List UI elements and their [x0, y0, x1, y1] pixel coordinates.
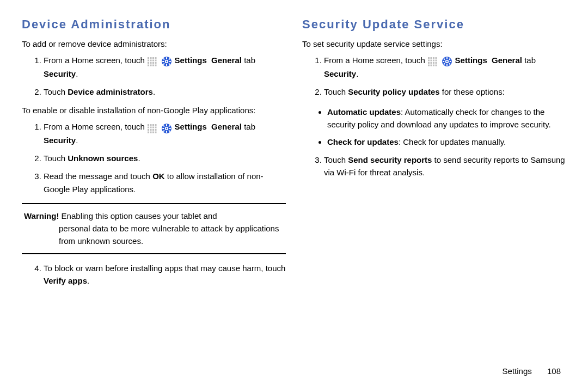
policy-updates-label: Security policy updates: [348, 87, 439, 96]
svg-rect-21: [163, 61, 164, 62]
svg-rect-47: [166, 131, 167, 132]
page-number: 108: [547, 366, 561, 376]
svg-rect-73: [446, 58, 448, 59]
steps-security-update: From a Home screen, touch: [302, 54, 566, 98]
svg-rect-67: [431, 65, 432, 66]
svg-rect-13: [150, 65, 152, 66]
svg-rect-37: [152, 129, 154, 131]
svg-rect-27: [148, 124, 149, 126]
intro-add-remove-admins: To add or remove device administrators:: [22, 39, 286, 48]
steps-admins: From a Home screen, touch: [22, 54, 286, 98]
svg-rect-60: [433, 60, 434, 62]
tab-word: tab: [244, 56, 258, 65]
apps-grid-icon: [147, 121, 157, 134]
svg-rect-14: [152, 65, 154, 66]
step-admins-1: From a Home screen, touch: [44, 54, 286, 80]
svg-rect-49: [169, 128, 171, 129]
svg-rect-32: [150, 126, 152, 128]
verify-apps-label: Verify apps: [44, 276, 87, 285]
svg-rect-55: [431, 57, 432, 59]
svg-rect-20: [166, 64, 167, 66]
step-text: Touch: [324, 155, 348, 164]
svg-point-72: [446, 61, 448, 63]
svg-rect-11: [155, 62, 157, 64]
svg-rect-36: [150, 129, 152, 131]
left-column: Device Administration To add or remove d…: [22, 17, 286, 359]
svg-rect-7: [155, 60, 157, 62]
device-admins-label: Device administrators: [68, 87, 153, 96]
svg-point-45: [166, 127, 168, 129]
footer-section: Settings: [503, 366, 532, 376]
svg-rect-34: [155, 126, 157, 128]
security-label: Security: [44, 136, 76, 145]
svg-rect-31: [148, 126, 149, 128]
svg-rect-2: [152, 57, 154, 59]
step-text: Touch: [44, 154, 68, 163]
intro-non-google-play: To enable or disable installation of non…: [22, 106, 286, 115]
svg-rect-62: [428, 62, 430, 64]
page-footer: Settings 108: [503, 366, 561, 376]
warning-title: Warning!: [24, 211, 62, 220]
svg-rect-28: [150, 124, 152, 126]
settings-gear-icon: [161, 121, 172, 134]
svg-rect-0: [148, 57, 149, 59]
svg-rect-42: [155, 131, 157, 133]
security-label: Security: [44, 69, 76, 78]
general-label: General: [211, 122, 242, 131]
option-label: Automatic updates: [327, 107, 401, 117]
svg-rect-68: [433, 65, 434, 66]
step-text: From a Home screen, touch: [324, 56, 427, 65]
svg-rect-3: [155, 57, 157, 59]
steps-unknown-sources: From a Home screen, touch: [22, 120, 286, 195]
svg-rect-19: [166, 58, 167, 59]
tab-word: tab: [524, 56, 538, 65]
svg-rect-69: [436, 65, 437, 66]
svg-rect-64: [433, 62, 434, 64]
right-column: Security Update Service To set security …: [302, 17, 566, 359]
svg-rect-30: [155, 124, 157, 126]
option-label: Check for updates: [327, 137, 399, 146]
period: .: [356, 69, 358, 78]
intro-security-update: To set security update service settings:: [302, 39, 566, 48]
svg-rect-65: [436, 62, 437, 64]
settings-gear-icon: [442, 54, 452, 67]
svg-rect-35: [148, 129, 149, 131]
svg-rect-41: [152, 131, 154, 133]
step-text: Read the message and touch: [44, 171, 152, 181]
step-admins-2: Touch Device administrators.: [44, 85, 286, 98]
svg-rect-54: [428, 57, 430, 59]
settings-label: Settings: [455, 56, 489, 65]
step-unknown-1: From a Home screen, touch: [44, 120, 286, 146]
svg-rect-4: [148, 60, 149, 62]
step-verify-4: To block or warn before installing apps …: [44, 262, 286, 287]
svg-rect-1: [150, 57, 152, 59]
svg-rect-48: [163, 128, 164, 129]
option-check-updates: Check for updates: Check for updates man…: [327, 136, 566, 148]
step-text: Touch: [324, 87, 348, 96]
svg-rect-29: [152, 124, 154, 126]
warning-body: Enabling this option causes your tablet …: [62, 211, 217, 220]
general-label: General: [492, 56, 522, 65]
step-secupd-2: Touch Security policy updates for these …: [324, 85, 566, 98]
option-body: : Check for updates manually.: [399, 137, 506, 146]
svg-rect-9: [150, 62, 152, 64]
warning-block: Warning! Enabling this option causes you…: [22, 203, 286, 254]
steps-send-reports: Touch Send security reports to send secu…: [302, 154, 566, 179]
svg-rect-15: [155, 65, 157, 66]
step-text: From a Home screen, touch: [44, 56, 147, 65]
general-label: General: [211, 56, 242, 65]
period: .: [138, 154, 140, 163]
svg-rect-5: [150, 60, 152, 62]
settings-label: Settings: [175, 56, 209, 65]
svg-rect-12: [148, 65, 149, 66]
option-auto-updates: Automatic updates: Automatically check f…: [327, 106, 566, 131]
warning-body-cont: personal data to be more vulnerable to a…: [59, 222, 284, 248]
tab-word: tab: [244, 122, 258, 131]
svg-rect-58: [428, 60, 430, 62]
svg-rect-76: [450, 61, 451, 62]
unknown-sources-label: Unknown sources: [68, 154, 138, 163]
svg-rect-63: [431, 62, 432, 64]
period: .: [87, 276, 89, 285]
apps-grid-icon: [427, 54, 437, 67]
period: .: [76, 136, 78, 145]
